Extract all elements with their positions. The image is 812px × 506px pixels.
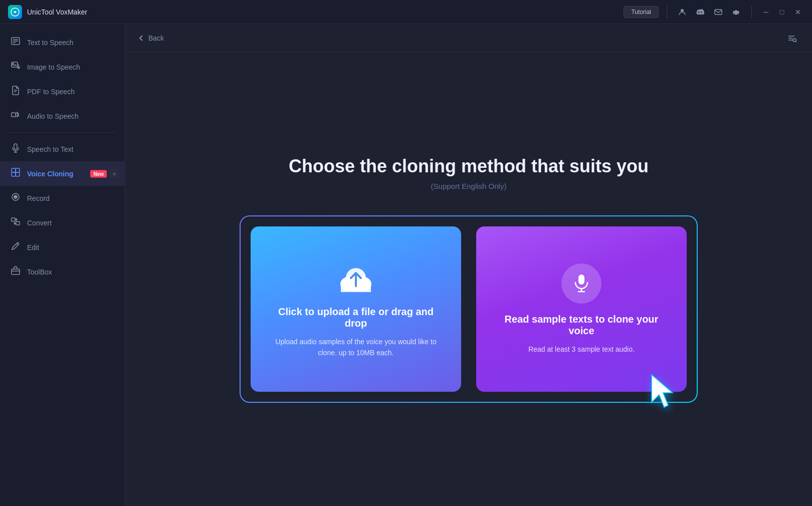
svg-rect-15 [16, 168, 20, 172]
svg-rect-21 [16, 221, 20, 225]
sidebar-label-edit: Edit [27, 243, 39, 251]
sidebar-label-text-to-speech: Text to Speech [27, 39, 74, 47]
upload-method-card[interactable]: Click to upload a file or drag and drop … [251, 226, 461, 392]
upload-card-desc: Upload audio samples of the voice you wo… [266, 336, 446, 359]
speech-to-text-icon [10, 143, 21, 155]
cloning-methods-container: Click to upload a file or drag and drop … [240, 215, 698, 403]
audio-to-speech-icon [10, 110, 21, 122]
topbar-action-icon[interactable] [783, 30, 800, 47]
svg-rect-2 [715, 10, 722, 15]
topbar: Back [125, 24, 812, 52]
back-button[interactable]: Back [137, 34, 164, 42]
record-method-card[interactable]: Read sample texts to clone your voice Re… [476, 226, 687, 392]
voice-cloning-icon [10, 167, 21, 180]
app-logo: UnicTool VoxMaker [8, 5, 624, 19]
sidebar-item-text-to-speech[interactable]: Text to Speech [0, 30, 125, 55]
user-icon[interactable] [675, 5, 689, 19]
sidebar-item-image-to-speech[interactable]: Image to Speech [0, 55, 125, 79]
sidebar-label-audio-to-speech: Audio to Speech [27, 112, 79, 120]
sidebar-item-toolbox[interactable]: ToolBox [0, 260, 125, 284]
svg-rect-32 [578, 275, 584, 285]
sidebar-label-speech-to-text: Speech to Text [27, 145, 73, 153]
sidebar-label-pdf-to-speech: PDF to Speech [27, 88, 75, 96]
sidebar-item-edit[interactable]: Edit [0, 235, 125, 260]
app-body: Text to Speech Image to Speech [0, 24, 812, 506]
sidebar-item-record[interactable]: Record [0, 186, 125, 210]
settings-icon[interactable] [729, 5, 743, 19]
svg-rect-11 [12, 113, 16, 117]
content-area: Back Choose the cloning method that suit… [125, 24, 812, 506]
record-card-desc: Read at least 3 sample text audio. [528, 344, 635, 355]
titlebar-separator-2 [751, 6, 752, 18]
mail-icon[interactable] [711, 5, 725, 19]
svg-point-19 [14, 195, 17, 198]
record-icon [10, 192, 21, 204]
close-button[interactable]: ✕ [792, 6, 804, 18]
upload-icon [336, 260, 376, 296]
svg-line-22 [17, 243, 18, 245]
convert-icon [10, 216, 21, 229]
titlebar-separator [667, 6, 667, 18]
pdf-to-speech-icon [10, 85, 21, 98]
svg-rect-17 [16, 172, 20, 176]
page-heading: Choose the cloning method that suits you [289, 155, 649, 177]
edit-icon [10, 241, 21, 254]
tutorial-button[interactable]: Tutorial [624, 6, 659, 18]
svg-point-1 [681, 9, 684, 12]
maximize-button[interactable]: □ [776, 6, 788, 18]
sidebar-item-speech-to-text[interactable]: Speech to Text [0, 137, 125, 161]
new-badge: New [90, 170, 107, 177]
titlebar-controls: Tutorial ─ □ ✕ [624, 5, 804, 19]
collapse-button[interactable]: « [109, 168, 120, 179]
titlebar: UnicTool VoxMaker Tutorial [0, 0, 812, 24]
minimize-button[interactable]: ─ [760, 6, 772, 18]
sidebar-divider [8, 132, 117, 133]
svg-rect-23 [12, 269, 20, 275]
sidebar: Text to Speech Image to Speech [0, 24, 125, 506]
svg-line-26 [796, 41, 797, 42]
sidebar-item-voice-cloning[interactable]: Voice Cloning New « [0, 161, 125, 186]
sidebar-label-convert: Convert [27, 219, 52, 227]
svg-rect-14 [12, 168, 16, 172]
main-content: Choose the cloning method that suits you… [125, 52, 812, 506]
discord-icon[interactable] [693, 5, 707, 19]
back-label: Back [148, 34, 164, 42]
logo-icon [8, 5, 22, 19]
sidebar-label-toolbox: ToolBox [27, 268, 52, 276]
sidebar-label-record: Record [27, 194, 50, 202]
microphone-icon [561, 264, 601, 304]
sidebar-item-pdf-to-speech[interactable]: PDF to Speech [0, 79, 125, 104]
toolbox-icon [10, 266, 21, 278]
app-title: UnicTool VoxMaker [27, 8, 87, 16]
image-to-speech-icon [10, 61, 21, 73]
sidebar-label-image-to-speech: Image to Speech [27, 63, 80, 71]
svg-rect-20 [12, 218, 15, 221]
record-card-title: Read sample texts to clone your voice [491, 314, 672, 337]
text-to-speech-icon [10, 36, 21, 49]
upload-card-title: Click to upload a file or drag and drop [266, 306, 446, 329]
sidebar-item-convert[interactable]: Convert [0, 210, 125, 235]
sidebar-item-audio-to-speech[interactable]: Audio to Speech [0, 104, 125, 128]
sidebar-label-voice-cloning: Voice Cloning [27, 170, 73, 178]
svg-rect-16 [12, 172, 16, 176]
page-subheading: (Support English Only) [431, 182, 507, 190]
